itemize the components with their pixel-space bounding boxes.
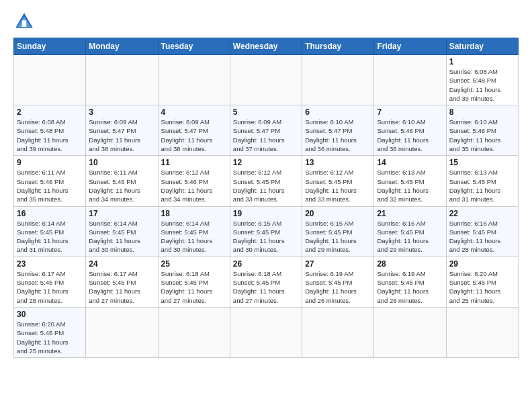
calendar-cell [302,307,374,357]
day-number: 14 [377,158,443,167]
calendar-cell [14,55,86,105]
day-number: 20 [305,209,371,218]
calendar-cell: 27Sunrise: 6:19 AM Sunset: 5:45 PM Dayli… [302,257,374,307]
day-info: Sunrise: 6:16 AM Sunset: 5:45 PM Dayligh… [449,219,515,255]
calendar-cell: 5Sunrise: 6:09 AM Sunset: 5:47 PM Daylig… [230,105,302,156]
calendar-cell [374,307,446,357]
week-row-4: 16Sunrise: 6:14 AM Sunset: 5:45 PM Dayli… [14,206,519,257]
day-number: 2 [17,107,83,117]
weekday-header-monday: Monday [86,38,158,55]
day-number: 27 [305,259,371,269]
calendar-cell: 1Sunrise: 6:08 AM Sunset: 5:48 PM Daylig… [446,55,518,105]
day-info: Sunrise: 6:10 AM Sunset: 5:46 PM Dayligh… [449,118,515,153]
weekday-header-row: SundayMondayTuesdayWednesdayThursdayFrid… [14,38,519,55]
day-number: 9 [17,158,83,167]
day-number: 16 [17,209,83,218]
calendar-cell [158,55,230,105]
logo-icon [13,11,35,32]
day-info: Sunrise: 6:16 AM Sunset: 5:45 PM Dayligh… [377,219,443,255]
day-number: 29 [449,259,515,269]
day-info: Sunrise: 6:19 AM Sunset: 5:45 PM Dayligh… [305,269,371,305]
calendar-cell: 3Sunrise: 6:09 AM Sunset: 5:47 PM Daylig… [86,105,158,156]
calendar-cell: 19Sunrise: 6:15 AM Sunset: 5:45 PM Dayli… [230,206,302,257]
calendar-cell [86,307,158,357]
day-number: 15 [449,158,515,167]
calendar-cell [446,307,518,357]
day-number: 12 [233,158,299,167]
day-info: Sunrise: 6:14 AM Sunset: 5:45 PM Dayligh… [89,219,154,255]
calendar-cell [230,55,302,105]
calendar-cell: 2Sunrise: 6:08 AM Sunset: 5:48 PM Daylig… [14,105,86,156]
day-number: 23 [17,259,83,269]
day-info: Sunrise: 6:12 AM Sunset: 5:45 PM Dayligh… [233,168,299,203]
svg-rect-2 [22,20,26,27]
day-info: Sunrise: 6:09 AM Sunset: 5:47 PM Dayligh… [233,118,299,153]
day-info: Sunrise: 6:14 AM Sunset: 5:45 PM Dayligh… [17,219,83,255]
week-row-2: 2Sunrise: 6:08 AM Sunset: 5:48 PM Daylig… [14,105,519,156]
calendar-cell: 13Sunrise: 6:12 AM Sunset: 5:45 PM Dayli… [302,156,374,206]
day-number: 28 [377,259,443,269]
day-info: Sunrise: 6:20 AM Sunset: 5:46 PM Dayligh… [449,269,515,305]
calendar-cell: 29Sunrise: 6:20 AM Sunset: 5:46 PM Dayli… [446,257,518,307]
weekday-header-friday: Friday [374,38,446,55]
weekday-header-wednesday: Wednesday [230,38,302,55]
calendar-cell: 8Sunrise: 6:10 AM Sunset: 5:46 PM Daylig… [446,105,518,156]
calendar-cell: 25Sunrise: 6:18 AM Sunset: 5:45 PM Dayli… [158,257,230,307]
day-info: Sunrise: 6:09 AM Sunset: 5:47 PM Dayligh… [89,118,154,153]
day-info: Sunrise: 6:19 AM Sunset: 5:46 PM Dayligh… [377,269,443,305]
day-info: Sunrise: 6:09 AM Sunset: 5:47 PM Dayligh… [161,118,227,153]
calendar-cell: 16Sunrise: 6:14 AM Sunset: 5:45 PM Dayli… [14,206,86,257]
calendar-cell [374,55,446,105]
weekday-header-saturday: Saturday [446,38,518,55]
day-number: 1 [449,57,515,66]
day-info: Sunrise: 6:12 AM Sunset: 5:46 PM Dayligh… [161,168,227,203]
day-info: Sunrise: 6:18 AM Sunset: 5:45 PM Dayligh… [161,269,227,305]
calendar-cell: 9Sunrise: 6:11 AM Sunset: 5:46 PM Daylig… [14,156,86,206]
day-number: 8 [449,107,515,117]
calendar-cell: 18Sunrise: 6:14 AM Sunset: 5:45 PM Dayli… [158,206,230,257]
day-info: Sunrise: 6:11 AM Sunset: 5:46 PM Dayligh… [89,168,154,203]
day-info: Sunrise: 6:11 AM Sunset: 5:46 PM Dayligh… [17,168,83,203]
day-info: Sunrise: 6:08 AM Sunset: 5:48 PM Dayligh… [17,118,83,153]
calendar-cell: 30Sunrise: 6:20 AM Sunset: 5:46 PM Dayli… [14,307,86,357]
day-number: 19 [233,209,299,218]
day-info: Sunrise: 6:13 AM Sunset: 5:45 PM Dayligh… [449,168,515,203]
calendar-cell [158,307,230,357]
day-number: 6 [305,107,371,117]
day-info: Sunrise: 6:20 AM Sunset: 5:46 PM Dayligh… [17,320,83,355]
week-row-3: 9Sunrise: 6:11 AM Sunset: 5:46 PM Daylig… [14,156,519,206]
day-number: 30 [17,310,83,319]
day-number: 10 [89,158,154,167]
header [13,11,519,32]
day-info: Sunrise: 6:17 AM Sunset: 5:45 PM Dayligh… [89,269,154,305]
weekday-header-tuesday: Tuesday [158,38,230,55]
calendar-cell: 17Sunrise: 6:14 AM Sunset: 5:45 PM Dayli… [86,206,158,257]
day-number: 4 [161,107,227,117]
calendar-cell: 4Sunrise: 6:09 AM Sunset: 5:47 PM Daylig… [158,105,230,156]
day-number: 7 [377,107,443,117]
page: SundayMondayTuesdayWednesdayThursdayFrid… [0,0,532,411]
calendar-cell: 24Sunrise: 6:17 AM Sunset: 5:45 PM Dayli… [86,257,158,307]
calendar-cell: 10Sunrise: 6:11 AM Sunset: 5:46 PM Dayli… [86,156,158,206]
day-number: 11 [161,158,227,167]
week-row-1: 1Sunrise: 6:08 AM Sunset: 5:48 PM Daylig… [14,55,519,105]
calendar-cell: 12Sunrise: 6:12 AM Sunset: 5:45 PM Dayli… [230,156,302,206]
calendar-cell: 23Sunrise: 6:17 AM Sunset: 5:45 PM Dayli… [14,257,86,307]
day-number: 5 [233,107,299,117]
day-number: 13 [305,158,371,167]
calendar-cell: 6Sunrise: 6:10 AM Sunset: 5:47 PM Daylig… [302,105,374,156]
calendar-cell: 11Sunrise: 6:12 AM Sunset: 5:46 PM Dayli… [158,156,230,206]
day-number: 18 [161,209,227,218]
calendar-cell: 26Sunrise: 6:18 AM Sunset: 5:45 PM Dayli… [230,257,302,307]
day-number: 3 [89,107,154,117]
calendar-cell: 15Sunrise: 6:13 AM Sunset: 5:45 PM Dayli… [446,156,518,206]
day-number: 22 [449,209,515,218]
calendar-cell [302,55,374,105]
day-number: 26 [233,259,299,269]
calendar-cell: 14Sunrise: 6:13 AM Sunset: 5:45 PM Dayli… [374,156,446,206]
calendar-cell: 22Sunrise: 6:16 AM Sunset: 5:45 PM Dayli… [446,206,518,257]
day-info: Sunrise: 6:10 AM Sunset: 5:47 PM Dayligh… [305,118,371,153]
day-info: Sunrise: 6:12 AM Sunset: 5:45 PM Dayligh… [305,168,371,203]
week-row-6: 30Sunrise: 6:20 AM Sunset: 5:46 PM Dayli… [14,307,519,357]
day-number: 24 [89,259,154,269]
